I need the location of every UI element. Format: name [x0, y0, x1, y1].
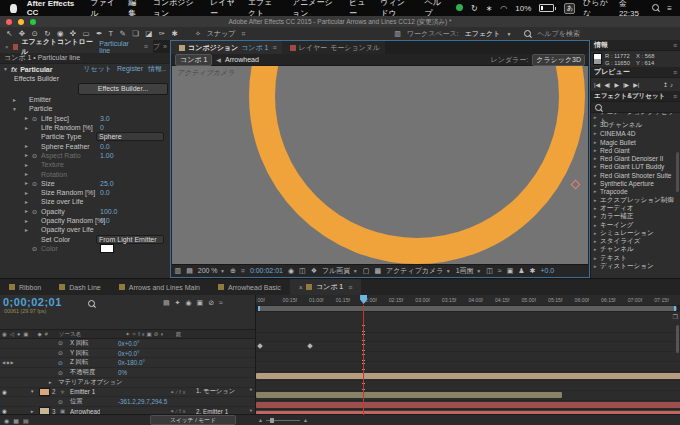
effects-presets-search[interactable] — [591, 102, 680, 113]
comp-nav-chip[interactable]: コンポ 1 — [175, 54, 212, 66]
expand-arrow-icon[interactable]: ► — [591, 231, 600, 236]
expand-arrow-icon[interactable]: ► — [591, 123, 600, 128]
effect-param-row[interactable]: ► Sphere Feather 0.0 ▼ ▸ — [0, 141, 170, 150]
flowchart-button-icon[interactable]: ♟ — [518, 267, 524, 275]
keyframe-icon[interactable] — [257, 344, 263, 350]
keyframe-icon[interactable] — [307, 344, 313, 350]
expand-arrow-icon[interactable]: ► — [591, 198, 600, 203]
panel-menu-icon[interactable]: ≡ — [673, 42, 677, 49]
effects-category-item[interactable]: ► Red Giant LUT Buddy — [591, 163, 680, 171]
effects-category-item[interactable]: ► ディストーション — [591, 262, 680, 270]
first-frame-button[interactable]: |◀ — [594, 81, 600, 88]
expand-arrow-icon[interactable]: ► — [591, 181, 600, 186]
effect-link[interactable]: リセット — [83, 65, 112, 72]
close-tab-icon[interactable]: × — [5, 44, 9, 50]
panel-menu-icon[interactable]: ≡ — [348, 284, 352, 291]
timeline-tab[interactable]: Arrowhead Basic — [209, 279, 290, 295]
expand-arrow-icon[interactable]: ▼ — [12, 106, 20, 112]
expand-arrow-icon[interactable]: ► — [24, 162, 32, 168]
effect-param-row[interactable]: ▼ Particle ▼ ▸ — [0, 104, 170, 113]
timeline-tab-active[interactable]: × コンポ 1 ≡ — [290, 279, 362, 295]
expand-arrow-icon[interactable]: ► — [591, 214, 600, 219]
app-menu-title[interactable]: After Effects CC — [27, 0, 79, 17]
show-channel-icon[interactable]: ❖ — [311, 267, 317, 275]
effects-category-item[interactable]: ► Synthetic Aperture — [591, 179, 680, 187]
snap-label[interactable]: スナップ — [207, 29, 236, 39]
audio-mute-button[interactable]: ♪ — [670, 82, 673, 88]
preview-panel-header[interactable]: プレビュー ≡ — [591, 67, 680, 78]
expand-arrow-icon[interactable]: ► — [12, 97, 20, 103]
timeline-graph-row[interactable] — [256, 342, 680, 352]
timeline-prop-row[interactable]: ⊙位置-361.2,29.7,294.5 — [0, 397, 255, 407]
magnification-dropdown-icon[interactable]: ▼ — [220, 268, 225, 274]
bluetooth-icon[interactable]: ∗ — [486, 4, 493, 13]
effect-param-row[interactable]: Set Color From Light Emitter ▼ ▸ — [0, 234, 170, 243]
effect-param-row[interactable]: ► Life Random [%] 0 ▼ ▸ — [0, 123, 170, 132]
effects-category-item[interactable]: ► CINEMA 4D — [591, 130, 680, 138]
param-value[interactable]: 1.00 — [100, 152, 114, 159]
stopwatch-icon[interactable]: ⊙ — [32, 245, 41, 252]
expand-arrow-icon[interactable]: ▼ — [30, 389, 34, 394]
expand-arrow-icon[interactable]: ► — [591, 189, 600, 194]
label-color-chip[interactable] — [39, 388, 50, 396]
play-button[interactable]: ▶ — [614, 81, 619, 88]
property-value[interactable]: 0x+0.0° — [118, 350, 140, 357]
expand-arrow-icon[interactable]: ► — [591, 156, 600, 161]
effects-builder-button[interactable]: Effects Builder... — [78, 83, 168, 95]
effect-header-row[interactable]: ▼ fx Particular リセットRegister情報.. — [0, 64, 170, 74]
color-swatch[interactable] — [100, 244, 114, 253]
parent-select[interactable]: 1. モーション▾ — [196, 387, 252, 396]
expand-arrow-icon[interactable]: ► — [591, 140, 600, 145]
panel-menu-icon[interactable]: ≡ — [673, 93, 677, 100]
param-value[interactable]: Sphere — [96, 132, 164, 141]
expand-arrow-icon[interactable]: ► — [591, 239, 600, 244]
expand-arrow-icon[interactable]: ► — [591, 173, 600, 178]
effect-param-row[interactable]: ► ⊙ Size 25.0 ▼ ▸ — [0, 179, 170, 188]
expand-layers-icon[interactable]: ◉ — [4, 417, 9, 424]
panel-menu-icon[interactable]: ≡ — [673, 69, 677, 76]
timeline-graph-row[interactable] — [256, 391, 680, 401]
stopwatch-icon[interactable]: ⊙ — [58, 340, 63, 346]
layer-duration-bar[interactable] — [256, 402, 680, 408]
zoom-track[interactable] — [266, 420, 300, 421]
stopwatch-icon[interactable]: ⊙ — [32, 115, 41, 122]
effects-presets-header[interactable]: エフェクト&プリセット ≡ — [591, 91, 680, 102]
renderer-value[interactable]: クラシック3D — [532, 54, 585, 66]
property-value[interactable]: -361.2,29.7,294.5 — [118, 398, 167, 405]
scrollbar[interactable] — [676, 152, 679, 192]
wifi-icon[interactable]: ◠ — [500, 4, 507, 13]
tab-layer[interactable]: レイヤー モーションヌル — [282, 41, 385, 54]
expand-arrow-icon[interactable]: ► — [24, 171, 32, 177]
effect-param-row[interactable]: ► ⊙ Opacity 100.0 ▼ ▸ — [0, 207, 170, 216]
layer-duration-bar[interactable] — [256, 392, 562, 398]
effect-param-row[interactable]: ► Size Random [%] 0.0 ▼ ▸ — [0, 188, 170, 197]
timeline-tab[interactable]: Ribbon — [0, 279, 50, 295]
roto-brush-tool[interactable]: ✑ — [159, 29, 165, 38]
stopwatch-icon[interactable]: ⊙ — [58, 360, 63, 366]
expand-arrow-icon[interactable]: ► — [24, 180, 32, 186]
param-value[interactable]: 25.0 — [100, 180, 114, 187]
expand-arrow-icon[interactable]: ▼ — [3, 66, 8, 72]
battery-icon[interactable] — [539, 4, 556, 12]
sync-icon[interactable]: ↻ — [471, 4, 478, 13]
expand-arrow-icon[interactable]: ► — [24, 208, 32, 214]
comp-marker-bin-icon[interactable]: ❒ — [673, 313, 678, 320]
expand-arrow-icon[interactable]: ► — [24, 152, 32, 158]
expand-arrow-icon[interactable]: ► — [591, 256, 600, 261]
timeline-graph-row[interactable] — [256, 333, 680, 343]
source-name-column[interactable]: ソース名 — [59, 331, 81, 338]
frame-blend-icon[interactable]: ▦ — [13, 417, 19, 424]
safe-zones-icon[interactable]: ⊕ — [230, 267, 236, 275]
view-dropdown-icon[interactable]: ▼ — [446, 268, 451, 274]
param-value[interactable]: 100.0 — [100, 208, 118, 215]
panel-menu-icon[interactable]: ≡ — [273, 44, 277, 51]
stopwatch-icon[interactable]: ⊙ — [32, 152, 41, 159]
expand-arrow-icon[interactable]: ► — [24, 218, 32, 224]
brush-tool[interactable]: ✎ — [120, 29, 126, 38]
workspace-value[interactable]: エフェクト — [465, 29, 501, 39]
effect-param-row[interactable]: ⊙ Color ▼ ▸ — [0, 244, 170, 253]
property-value[interactable]: 0% — [118, 369, 127, 376]
property-value[interactable]: 0x+0.0° — [118, 340, 140, 347]
status-green-icon[interactable] — [456, 4, 463, 13]
layer-name[interactable]: Emitter 1 — [70, 388, 95, 395]
